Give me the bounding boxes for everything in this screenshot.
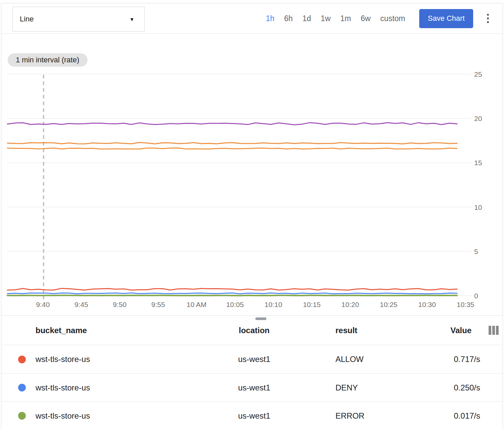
chart-area[interactable]: 25201510509:409:459:509:5510 AM10:0510:1… — [1, 34, 503, 315]
cell-location: us-west1 — [218, 411, 290, 421]
y-axis-tick-label: 5 — [474, 248, 478, 255]
x-axis-tick-label: 9:50 — [113, 301, 127, 308]
x-axis-tick-label: 10:05 — [226, 301, 244, 308]
y-axis-tick-label: 10 — [474, 203, 482, 211]
series-color-dot — [18, 412, 26, 420]
time-range-1d[interactable]: 1d — [303, 14, 311, 23]
cell-result: ALLOW — [335, 355, 419, 364]
columns-icon[interactable] — [484, 326, 503, 335]
legend-table: bucket_name location result Value wst-tl… — [1, 315, 503, 429]
more-options-icon[interactable] — [483, 12, 493, 25]
cell-value: 0.717/s — [419, 355, 484, 364]
series-color-dot — [18, 384, 26, 391]
chart-type-select[interactable]: Line ▼ — [12, 7, 145, 32]
time-range-group: 1h6h1d1w1m6wcustom — [266, 14, 405, 23]
table-row[interactable]: wst-tls-store-usus-west1ALLOW0.717/s — [1, 345, 503, 373]
time-range-1w[interactable]: 1w — [321, 14, 330, 23]
cell-value: 0.017/s — [419, 411, 484, 421]
column-header-result[interactable]: result — [335, 326, 419, 335]
cell-location: us-west1 — [218, 383, 290, 392]
toolbar-right-group: 1h6h1d1w1m6wcustom Save Chart — [266, 9, 503, 28]
cell-bucket_name: wst-tls-store-us — [36, 355, 218, 364]
time-range-6w[interactable]: 6w — [361, 14, 370, 23]
time-range-1h[interactable]: 1h — [266, 14, 274, 23]
x-axis-tick-label: 9:45 — [74, 301, 88, 308]
y-axis-tick-label: 25 — [474, 70, 482, 78]
cell-result: DENY — [335, 383, 419, 392]
line-chart[interactable]: 25201510509:409:459:509:5510 AM10:0510:1… — [1, 34, 503, 315]
x-axis-tick-label: 10 AM — [187, 301, 207, 308]
column-header-location[interactable]: location — [218, 326, 290, 335]
interval-badge: 1 min interval (rate) — [8, 53, 87, 67]
time-range-1m[interactable]: 1m — [340, 14, 351, 23]
cell-result: ERROR — [335, 411, 419, 421]
series-line-purple-line — [7, 123, 457, 125]
x-axis-tick-label: 10:35 — [457, 301, 475, 308]
chart-type-label: Line — [20, 15, 34, 23]
series-line-DENY — [7, 293, 457, 294]
cell-bucket_name: wst-tls-store-us — [36, 383, 218, 392]
series-dot-cell — [1, 384, 36, 391]
dropdown-caret-icon: ▼ — [129, 16, 134, 22]
series-dot-cell — [1, 356, 36, 363]
series-line-orange-line-lower — [7, 148, 457, 149]
chart-card: Line ▼ 1h6h1d1w1m6wcustom Save Chart 252… — [1, 3, 503, 429]
series-line-ERROR — [7, 295, 457, 296]
table-header: bucket_name location result Value — [1, 316, 503, 345]
cell-value: 0.250/s — [419, 383, 484, 392]
x-axis-tick-label: 10:30 — [418, 301, 436, 308]
series-line-ALLOW — [7, 288, 457, 290]
chart-toolbar: Line ▼ 1h6h1d1w1m6wcustom Save Chart — [1, 3, 503, 34]
x-axis-tick-label: 9:40 — [36, 301, 50, 308]
series-dot-cell — [1, 412, 36, 420]
table-row[interactable]: wst-tls-store-usus-west1ERROR0.017/s — [1, 402, 503, 429]
x-axis-tick-label: 9:55 — [151, 301, 165, 308]
x-axis-tick-label: 10:25 — [380, 301, 397, 308]
y-axis-tick-label: 0 — [474, 292, 478, 300]
cell-bucket_name: wst-tls-store-us — [36, 411, 218, 421]
series-color-dot — [18, 356, 26, 363]
x-axis-tick-label: 10:10 — [265, 301, 282, 308]
drag-handle[interactable] — [255, 317, 266, 320]
time-range-custom[interactable]: custom — [380, 14, 405, 23]
column-header-bucket-name[interactable]: bucket_name — [36, 326, 218, 335]
column-header-value[interactable]: Value — [419, 326, 484, 335]
save-chart-button[interactable]: Save Chart — [419, 9, 473, 28]
x-axis-tick-label: 10:15 — [303, 301, 321, 308]
series-line-orange-line-upper — [7, 142, 457, 144]
table-row[interactable]: wst-tls-store-usus-west1DENY0.250/s — [1, 373, 503, 402]
time-range-6h[interactable]: 6h — [284, 14, 293, 23]
cell-location: us-west1 — [218, 355, 290, 364]
table-body: wst-tls-store-usus-west1ALLOW0.717/swst-… — [1, 345, 503, 429]
x-axis-tick-label: 10:20 — [341, 301, 359, 308]
y-axis-tick-label: 15 — [474, 159, 482, 167]
y-axis-tick-label: 20 — [474, 115, 482, 122]
